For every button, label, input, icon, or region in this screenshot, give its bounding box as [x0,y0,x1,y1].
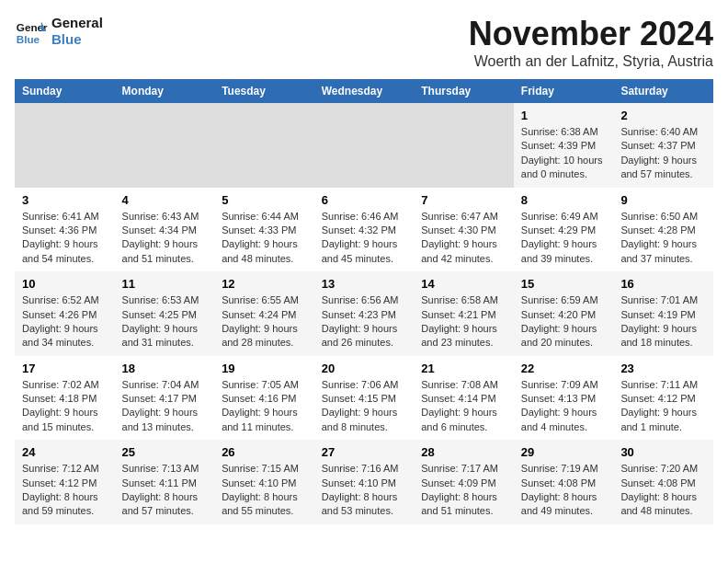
calendar-cell: 2Sunrise: 6:40 AMSunset: 4:37 PMDaylight… [613,103,713,188]
day-number: 2 [620,109,706,122]
day-info: Sunrise: 6:40 AMSunset: 4:37 PMDaylight:… [620,125,706,182]
calendar-cell: 21Sunrise: 7:08 AMSunset: 4:14 PMDayligh… [414,356,514,441]
day-info: Sunrise: 6:38 AMSunset: 4:39 PMDaylight:… [521,125,607,182]
weekday-header-monday: Monday [115,79,215,103]
day-info: Sunrise: 7:19 AMSunset: 4:08 PMDaylight:… [521,462,607,519]
calendar-cell: 4Sunrise: 6:43 AMSunset: 4:34 PMDaylight… [115,188,215,272]
day-number: 14 [421,277,506,291]
calendar-header-row: SundayMondayTuesdayWednesdayThursdayFrid… [15,79,713,103]
calendar-cell: 18Sunrise: 7:04 AMSunset: 4:17 PMDayligh… [115,356,215,441]
day-info: Sunrise: 7:12 AMSunset: 4:12 PMDaylight:… [22,462,108,519]
calendar-cell: 8Sunrise: 6:49 AMSunset: 4:29 PMDaylight… [514,188,614,272]
day-number: 17 [22,362,108,375]
day-info: Sunrise: 6:52 AMSunset: 4:26 PMDaylight:… [22,293,108,350]
svg-text:Blue: Blue [17,33,40,45]
calendar-cell: 14Sunrise: 6:58 AMSunset: 4:21 PMDayligh… [414,271,514,356]
day-number: 20 [322,362,407,375]
day-number: 7 [421,193,506,207]
weekday-header-sunday: Sunday [15,79,115,103]
calendar-cell: 12Sunrise: 6:55 AMSunset: 4:24 PMDayligh… [214,271,314,356]
day-number: 29 [521,445,607,459]
month-title: November 2024 [469,15,713,53]
calendar-cell: 29Sunrise: 7:19 AMSunset: 4:08 PMDayligh… [514,440,614,524]
logo-line2: Blue [51,31,103,48]
calendar-cell: 13Sunrise: 6:56 AMSunset: 4:23 PMDayligh… [314,271,415,356]
logo-line1: General [51,15,103,31]
day-info: Sunrise: 6:53 AMSunset: 4:25 PMDaylight:… [122,293,208,350]
day-number: 1 [521,109,607,122]
day-info: Sunrise: 6:43 AMSunset: 4:34 PMDaylight:… [122,210,208,267]
weekday-header-saturday: Saturday [613,79,713,103]
weekday-header-friday: Friday [514,79,614,103]
day-info: Sunrise: 7:16 AMSunset: 4:10 PMDaylight:… [322,462,407,519]
day-info: Sunrise: 7:11 AMSunset: 4:12 PMDaylight:… [620,378,706,435]
day-info: Sunrise: 6:41 AMSunset: 4:36 PMDaylight:… [22,210,108,267]
calendar-cell: 5Sunrise: 6:44 AMSunset: 4:33 PMDaylight… [214,188,314,272]
day-info: Sunrise: 6:46 AMSunset: 4:32 PMDaylight:… [322,210,407,267]
day-info: Sunrise: 6:44 AMSunset: 4:33 PMDaylight:… [222,210,307,267]
page-header: General Blue General Blue November 2024 … [15,15,713,70]
day-number: 23 [620,362,706,375]
day-info: Sunrise: 6:58 AMSunset: 4:21 PMDaylight:… [421,293,506,350]
day-number: 4 [122,193,208,207]
weekday-header-wednesday: Wednesday [314,79,415,103]
calendar-cell: 25Sunrise: 7:13 AMSunset: 4:11 PMDayligh… [115,440,215,524]
day-info: Sunrise: 7:17 AMSunset: 4:09 PMDaylight:… [421,462,506,519]
calendar-cell: 1Sunrise: 6:38 AMSunset: 4:39 PMDaylight… [514,103,614,188]
calendar-cell: 16Sunrise: 7:01 AMSunset: 4:19 PMDayligh… [613,271,713,356]
day-number: 13 [322,277,407,291]
calendar-week-row: 1Sunrise: 6:38 AMSunset: 4:39 PMDaylight… [15,103,713,188]
calendar-cell: 11Sunrise: 6:53 AMSunset: 4:25 PMDayligh… [115,271,215,356]
day-number: 16 [620,277,706,291]
day-number: 3 [22,193,108,207]
day-info: Sunrise: 6:55 AMSunset: 4:24 PMDaylight:… [222,293,307,350]
day-info: Sunrise: 6:47 AMSunset: 4:30 PMDaylight:… [421,210,506,267]
calendar-cell: 15Sunrise: 6:59 AMSunset: 4:20 PMDayligh… [514,271,614,356]
day-info: Sunrise: 7:20 AMSunset: 4:08 PMDaylight:… [620,462,706,519]
calendar-cell: 3Sunrise: 6:41 AMSunset: 4:36 PMDaylight… [15,188,115,272]
calendar-week-row: 3Sunrise: 6:41 AMSunset: 4:36 PMDaylight… [15,188,713,272]
title-area: November 2024 Woerth an der Lafnitz, Sty… [469,15,713,70]
day-info: Sunrise: 7:01 AMSunset: 4:19 PMDaylight:… [620,293,706,350]
day-info: Sunrise: 7:15 AMSunset: 4:10 PMDaylight:… [222,462,307,519]
weekday-header-thursday: Thursday [414,79,514,103]
day-number: 27 [322,445,407,459]
calendar-cell [414,103,514,188]
calendar-week-row: 10Sunrise: 6:52 AMSunset: 4:26 PMDayligh… [15,271,713,356]
day-number: 6 [322,193,407,207]
day-number: 12 [222,277,307,291]
calendar-cell: 17Sunrise: 7:02 AMSunset: 4:18 PMDayligh… [15,356,115,441]
calendar-cell: 24Sunrise: 7:12 AMSunset: 4:12 PMDayligh… [15,440,115,524]
day-info: Sunrise: 6:50 AMSunset: 4:28 PMDaylight:… [620,210,706,267]
weekday-header-tuesday: Tuesday [214,79,314,103]
day-number: 10 [22,277,108,291]
day-info: Sunrise: 7:05 AMSunset: 4:16 PMDaylight:… [222,378,307,435]
day-info: Sunrise: 6:59 AMSunset: 4:20 PMDaylight:… [521,293,607,350]
day-number: 30 [620,445,706,459]
location-subtitle: Woerth an der Lafnitz, Styria, Austria [469,53,713,70]
logo: General Blue General Blue [15,15,103,48]
calendar-cell [115,103,215,188]
day-info: Sunrise: 7:09 AMSunset: 4:13 PMDaylight:… [521,378,607,435]
day-info: Sunrise: 6:49 AMSunset: 4:29 PMDaylight:… [521,210,607,267]
day-number: 28 [421,445,506,459]
day-number: 22 [521,362,607,375]
calendar-cell: 20Sunrise: 7:06 AMSunset: 4:15 PMDayligh… [314,356,415,441]
calendar-cell: 27Sunrise: 7:16 AMSunset: 4:10 PMDayligh… [314,440,415,524]
day-info: Sunrise: 7:02 AMSunset: 4:18 PMDaylight:… [22,378,108,435]
calendar-cell: 9Sunrise: 6:50 AMSunset: 4:28 PMDaylight… [613,188,713,272]
calendar-cell: 26Sunrise: 7:15 AMSunset: 4:10 PMDayligh… [214,440,314,524]
day-number: 21 [421,362,506,375]
day-info: Sunrise: 6:56 AMSunset: 4:23 PMDaylight:… [322,293,407,350]
calendar-cell: 22Sunrise: 7:09 AMSunset: 4:13 PMDayligh… [514,356,614,441]
day-number: 15 [521,277,607,291]
calendar-cell [214,103,314,188]
day-info: Sunrise: 7:04 AMSunset: 4:17 PMDaylight:… [122,378,208,435]
day-number: 25 [122,445,208,459]
day-info: Sunrise: 7:13 AMSunset: 4:11 PMDaylight:… [122,462,208,519]
logo-icon: General Blue [15,15,48,48]
calendar-table: SundayMondayTuesdayWednesdayThursdayFrid… [15,79,713,524]
calendar-cell: 30Sunrise: 7:20 AMSunset: 4:08 PMDayligh… [613,440,713,524]
day-info: Sunrise: 7:06 AMSunset: 4:15 PMDaylight:… [322,378,407,435]
calendar-cell: 6Sunrise: 6:46 AMSunset: 4:32 PMDaylight… [314,188,415,272]
